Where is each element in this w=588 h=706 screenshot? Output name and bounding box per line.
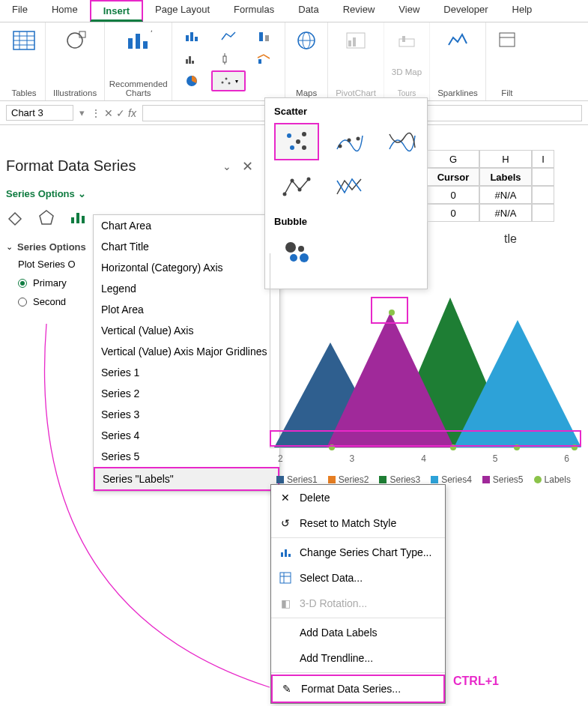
ribbon-sparklines[interactable]: Sparklines [430,22,486,100]
fx-label[interactable]: fx [128,107,136,119]
header-labels[interactable]: Labels [479,168,532,186]
scatter-type-smooth[interactable] [379,123,424,160]
elem-series-1[interactable]: Series 1 [94,362,279,383]
elem-h-axis[interactable]: Horizontal (Category) Axis [94,257,279,278]
svg-point-43 [296,139,300,144]
scatter-type-smooth-markers[interactable] [327,123,372,160]
header-cursor[interactable]: Cursor [427,168,479,186]
ctx-add-data-labels[interactable]: Add Data Labels [271,620,445,645]
menu-data[interactable]: Data [286,0,330,22]
chart-pie-icon[interactable] [175,70,210,91]
ribbon-maps[interactable]: Maps [285,22,328,100]
scatter-type-dots[interactable] [274,123,319,160]
elem-legend[interactable]: Legend [94,278,279,299]
embedded-chart[interactable]: tle 2 3 4 5 6 Series1 Series2 Series3 Se… [262,232,577,487]
scatter-dropdown[interactable]: ▾ [211,70,246,91]
section-chevron-icon[interactable]: ⌄ [6,242,13,252]
elem-series-3[interactable]: Series 3 [94,404,279,425]
cell-g-r2[interactable]: 0 [427,204,479,222]
chart-type-icon [279,546,292,559]
chart-line-icon[interactable] [211,25,246,46]
elem-series-labels[interactable]: Series "Labels" [94,467,279,491]
cell-i-r1[interactable] [532,186,554,204]
col-header-h[interactable]: H [479,150,532,168]
ribbon-pivotchart[interactable]: PivotChart [328,22,384,100]
elem-series-4[interactable]: Series 4 [94,425,279,446]
elem-v-axis[interactable]: Vertical (Value) Axis [94,320,279,341]
elem-series-2[interactable]: Series 2 [94,383,279,404]
cell-i-r2[interactable] [532,204,554,222]
svg-rect-32 [348,40,351,46]
menu-view[interactable]: View [387,0,431,22]
cancel-icon[interactable]: ✕ [104,107,113,119]
svg-rect-39 [71,217,74,223]
svg-marker-38 [40,211,53,224]
svg-point-26 [225,78,228,80]
chart-hist-icon[interactable] [175,48,210,69]
elem-plot-area[interactable]: Plot Area [94,299,279,320]
bubble-heading: Bubble [274,216,418,227]
scatter-type-straight-markers[interactable] [274,168,319,205]
cell-h-r2[interactable]: #N/A [479,204,532,222]
menu-home[interactable]: Home [40,0,90,22]
menu-formulas[interactable]: Formulas [222,0,286,22]
elem-chart-area[interactable]: Chart Area [94,215,279,236]
elem-series-5[interactable]: Series 5 [94,446,279,467]
panel-close-icon[interactable]: ✕ [242,158,253,175]
menu-insert[interactable]: Insert [90,0,143,22]
menu-page-layout[interactable]: Page Layout [143,0,222,22]
svg-rect-8 [128,38,133,49]
chart-plot-area[interactable]: 2 3 4 5 6 Series1 Series2 Series3 Series… [270,253,577,448]
svg-point-50 [283,193,287,196]
ribbon-tables[interactable]: Tables [3,22,46,100]
label-marker-top [389,310,395,316]
ribbon-3dmap[interactable]: 3D Map Tours [384,22,430,100]
ctx-select-data[interactable]: Select Data... [271,565,445,591]
cell-i-blank[interactable] [532,168,554,186]
ctx-delete[interactable]: ✕Delete [271,485,445,510]
ribbon-filters[interactable]: Filt [486,22,528,100]
cell-h-r1[interactable]: #N/A [479,186,532,204]
panel-title: Format Data Series [6,157,136,175]
chart-bar-icon[interactable] [175,25,210,46]
ctx-reset-style[interactable]: ↺Reset to Match Style [271,510,445,536]
panel-chevron-icon[interactable]: ⌄ [222,160,231,172]
fill-bucket-icon[interactable] [6,208,24,226]
chart-combo-icon[interactable] [247,48,282,69]
col-header-i[interactable]: I [532,150,554,168]
menubar: File Home Insert Page Layout Formulas Da… [0,0,588,22]
confirm-icon[interactable]: ✓ [116,107,125,119]
sparklines-icon [444,27,471,54]
ribbon-maps-label: Maps [296,88,317,97]
ctx-format-data-series[interactable]: ✎Format Data Series... [271,675,445,703]
bar-chart-icon[interactable] [69,208,87,226]
chart-stacked-icon[interactable] [247,25,282,46]
menu-review[interactable]: Review [331,0,387,22]
svg-point-47 [339,145,342,148]
ribbon-illustrations[interactable]: Illustrations [46,22,105,100]
svg-point-51 [291,179,294,183]
label-marker [450,444,456,450]
elem-chart-title[interactable]: Chart Title [94,236,279,257]
elem-v-gridlines[interactable]: Vertical (Value) Axis Major Gridlines [94,341,279,362]
namebox-dropdown-icon[interactable]: ▾ [79,107,85,118]
ctx-add-trendline[interactable]: Add Trendline... [271,645,445,671]
chart-box-icon[interactable] [211,48,246,69]
name-box[interactable] [6,105,73,121]
col-header-g[interactable]: G [427,150,479,168]
pentagon-icon[interactable] [37,208,55,226]
series-options-dropdown[interactable]: Series Options ⌄ [6,188,253,199]
scatter-type-straight[interactable] [327,168,372,205]
dots-icon[interactable]: ⋮ [91,107,101,119]
svg-rect-35 [402,36,405,42]
menu-developer[interactable]: Developer [431,0,500,22]
ribbon-recommended-charts[interactable]: ? Recommended Charts [105,22,172,100]
ctx-change-chart-type[interactable]: Change Series Chart Type... [271,540,445,565]
menu-file[interactable]: File [0,0,40,22]
chevron-down-icon: ⌄ [78,188,86,199]
format-icon: ✎ [280,682,294,696]
cell-g-r1[interactable]: 0 [427,186,479,204]
x-axis-labels: 2 3 4 5 6 [270,453,577,464]
menu-help[interactable]: Help [500,0,545,22]
svg-rect-12 [186,35,189,41]
